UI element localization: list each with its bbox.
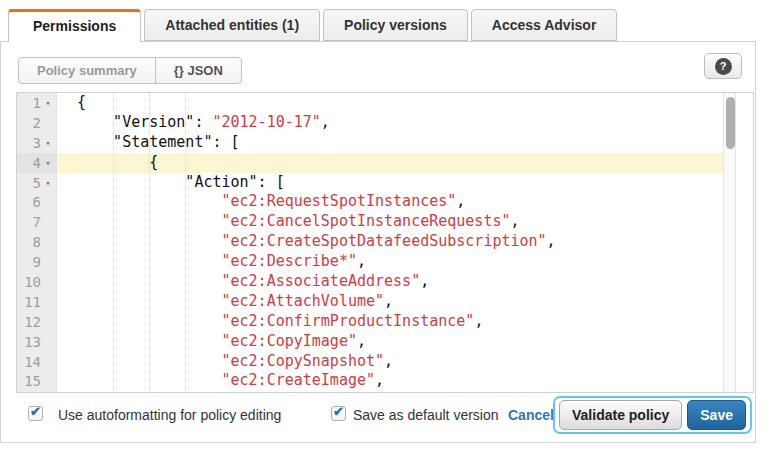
editor-gutter: 1▾23▾4▾5▾6789101112131415 bbox=[17, 93, 57, 392]
code-line: "ec2:CopySnapshot", bbox=[57, 352, 753, 372]
iam-policy-editor-page: Permissions Attached entities (1) Policy… bbox=[0, 0, 768, 460]
gutter-line: 6 bbox=[17, 192, 56, 212]
tab-bar: Permissions Attached entities (1) Policy… bbox=[8, 9, 617, 42]
gutter-line: 4▾ bbox=[17, 153, 56, 173]
tab-access-advisor[interactable]: Access Advisor bbox=[471, 9, 618, 41]
code-line: "ec2:CreateImage", bbox=[57, 371, 753, 391]
line-number: 2 bbox=[17, 115, 41, 131]
line-number: 10 bbox=[17, 274, 41, 290]
line-number: 1 bbox=[17, 95, 41, 111]
line-number: 15 bbox=[17, 373, 41, 389]
line-number: 3 bbox=[17, 135, 41, 151]
autoformat-label: Use autoformatting for policy editing bbox=[58, 407, 281, 423]
gutter-line: 14 bbox=[17, 352, 56, 372]
editor-footer: ✔ Use autoformatting for policy editing … bbox=[0, 394, 756, 438]
default-version-label: Save as default version bbox=[353, 407, 499, 423]
code-line: "ec2:RequestSpotInstances", bbox=[57, 192, 753, 212]
save-button[interactable]: Save bbox=[687, 400, 746, 430]
gutter-line: 10 bbox=[17, 272, 56, 292]
gutter-line: 12 bbox=[17, 312, 56, 332]
indent-guide bbox=[149, 93, 150, 392]
line-number: 13 bbox=[17, 334, 41, 350]
indent-guide bbox=[113, 93, 114, 392]
code-line: "Version": "2012-10-17", bbox=[57, 113, 753, 133]
code-line: "ec2:CancelSpotInstanceRequests", bbox=[57, 212, 753, 232]
cancel-link[interactable]: Cancel bbox=[508, 407, 554, 423]
code-line: "ec2:CopyImage", bbox=[57, 332, 753, 352]
gutter-line: 13 bbox=[17, 332, 56, 352]
code-line: { bbox=[57, 153, 753, 173]
code-fold-icon[interactable]: ▾ bbox=[41, 98, 55, 108]
gutter-line: 2 bbox=[17, 113, 56, 133]
gutter-line: 5▾ bbox=[17, 173, 56, 193]
help-button[interactable]: ? bbox=[704, 53, 742, 79]
help-icon: ? bbox=[715, 58, 732, 75]
scrollbar-thumb[interactable] bbox=[726, 97, 735, 149]
code-line: "Action": [ bbox=[57, 173, 753, 193]
gutter-line: 1▾ bbox=[17, 93, 56, 113]
line-number: 11 bbox=[17, 294, 41, 310]
line-number: 5 bbox=[17, 175, 41, 191]
code-fold-icon[interactable]: ▾ bbox=[41, 138, 55, 148]
code-line: "ec2:AttachVolume", bbox=[57, 292, 753, 312]
autoformat-checkbox[interactable]: ✔ bbox=[28, 406, 43, 421]
line-number: 7 bbox=[17, 214, 41, 230]
editor-code-area[interactable]: { "Version": "2012-10-17", "Statement": … bbox=[57, 93, 753, 392]
code-line: "ec2:AssociateAddress", bbox=[57, 272, 753, 292]
line-number: 4 bbox=[17, 155, 41, 171]
policy-summary-button[interactable]: Policy summary bbox=[19, 58, 156, 83]
code-line: "ec2:Describe*", bbox=[57, 252, 753, 272]
gutter-line: 7 bbox=[17, 212, 56, 232]
code-fold-icon[interactable]: ▾ bbox=[41, 158, 55, 168]
gutter-line: 11 bbox=[17, 292, 56, 312]
tab-permissions[interactable]: Permissions bbox=[8, 9, 141, 42]
indent-guide bbox=[185, 93, 186, 392]
tab-attached-entities[interactable]: Attached entities (1) bbox=[144, 9, 320, 41]
code-line: { bbox=[57, 93, 753, 113]
editor-scrollbar[interactable] bbox=[723, 93, 736, 392]
line-number: 12 bbox=[17, 314, 41, 330]
gutter-line: 15 bbox=[17, 371, 56, 391]
action-button-group: Validate policy Save bbox=[553, 396, 752, 434]
line-number: 9 bbox=[17, 254, 41, 270]
gutter-line: 8 bbox=[17, 232, 56, 252]
line-number: 8 bbox=[17, 234, 41, 250]
validate-policy-button[interactable]: Validate policy bbox=[559, 400, 682, 430]
code-line: "ec2:CreateSpotDatafeedSubscription", bbox=[57, 232, 753, 252]
checkmark-icon: ✔ bbox=[30, 404, 41, 419]
gutter-line: 3▾ bbox=[17, 133, 56, 153]
default-version-checkbox[interactable]: ✔ bbox=[331, 406, 346, 421]
line-number: 14 bbox=[17, 354, 41, 370]
gutter-line: 9 bbox=[17, 252, 56, 272]
code-line: "ec2:ConfirmProductInstance", bbox=[57, 312, 753, 332]
policy-json-editor[interactable]: 1▾23▾4▾5▾6789101112131415 { "Version": "… bbox=[16, 92, 754, 393]
checkmark-icon: ✔ bbox=[333, 404, 344, 419]
code-line: "Statement": [ bbox=[57, 133, 753, 153]
view-switcher: Policy summary {} JSON bbox=[18, 57, 242, 84]
json-view-button[interactable]: {} JSON bbox=[156, 58, 241, 83]
line-number: 6 bbox=[17, 194, 41, 210]
tab-policy-versions[interactable]: Policy versions bbox=[323, 9, 468, 41]
code-fold-icon[interactable]: ▾ bbox=[41, 178, 55, 188]
